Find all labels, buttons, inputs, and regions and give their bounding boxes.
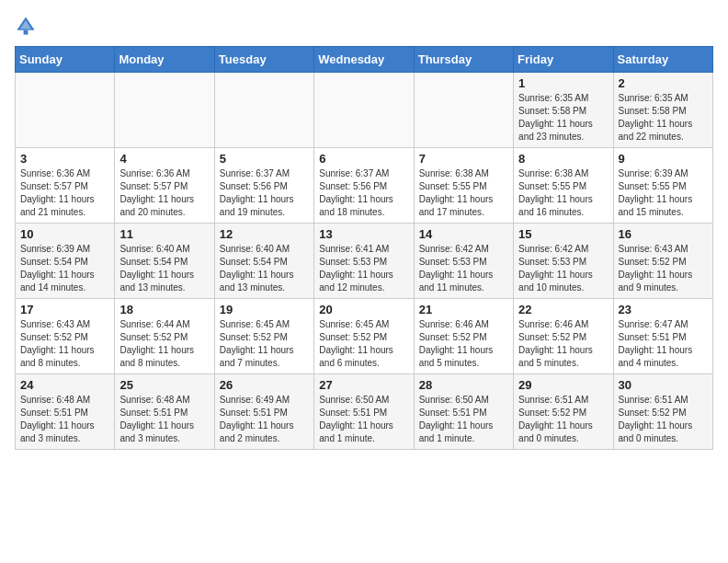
day-info: Sunrise: 6:48 AM Sunset: 5:51 PM Dayligh… xyxy=(20,394,109,445)
calendar-cell: 21Sunrise: 6:46 AM Sunset: 5:52 PM Dayli… xyxy=(414,299,513,374)
day-number: 2 xyxy=(619,76,708,90)
day-info: Sunrise: 6:37 AM Sunset: 5:56 PM Dayligh… xyxy=(220,167,309,219)
calendar-cell: 1Sunrise: 6:35 AM Sunset: 5:58 PM Daylig… xyxy=(514,73,613,148)
svg-rect-3 xyxy=(24,30,28,35)
day-info: Sunrise: 6:43 AM Sunset: 5:52 PM Dayligh… xyxy=(619,243,708,294)
calendar-cell: 13Sunrise: 6:41 AM Sunset: 5:53 PM Dayli… xyxy=(314,224,414,299)
calendar-cell xyxy=(214,73,313,148)
day-info: Sunrise: 6:36 AM Sunset: 5:57 PM Dayligh… xyxy=(20,167,109,219)
day-number: 29 xyxy=(518,378,608,392)
weekday-header: Sunday xyxy=(16,47,115,73)
day-number: 7 xyxy=(419,152,508,166)
day-info: Sunrise: 6:50 AM Sunset: 5:51 PM Dayligh… xyxy=(419,394,508,445)
day-number: 11 xyxy=(119,227,209,241)
day-info: Sunrise: 6:45 AM Sunset: 5:52 PM Dayligh… xyxy=(319,318,408,370)
day-info: Sunrise: 6:43 AM Sunset: 5:52 PM Dayligh… xyxy=(20,318,109,370)
calendar-week-row: 17Sunrise: 6:43 AM Sunset: 5:52 PM Dayli… xyxy=(16,299,713,374)
day-number: 17 xyxy=(20,303,109,316)
weekday-header: Tuesday xyxy=(214,47,313,73)
logo-icon xyxy=(15,15,37,37)
day-number: 8 xyxy=(518,152,608,166)
day-number: 15 xyxy=(518,227,608,241)
day-number: 26 xyxy=(220,378,309,392)
calendar-cell: 25Sunrise: 6:48 AM Sunset: 5:51 PM Dayli… xyxy=(115,374,214,450)
day-info: Sunrise: 6:42 AM Sunset: 5:53 PM Dayligh… xyxy=(518,243,608,294)
day-info: Sunrise: 6:35 AM Sunset: 5:58 PM Dayligh… xyxy=(619,92,708,144)
calendar-cell: 4Sunrise: 6:36 AM Sunset: 5:57 PM Daylig… xyxy=(115,148,214,224)
day-number: 3 xyxy=(20,152,109,166)
weekday-header-row: SundayMondayTuesdayWednesdayThursdayFrid… xyxy=(16,47,713,73)
day-info: Sunrise: 6:42 AM Sunset: 5:53 PM Dayligh… xyxy=(419,243,508,294)
day-info: Sunrise: 6:37 AM Sunset: 5:56 PM Dayligh… xyxy=(319,167,408,219)
calendar-cell: 28Sunrise: 6:50 AM Sunset: 5:51 PM Dayli… xyxy=(414,374,513,450)
day-info: Sunrise: 6:46 AM Sunset: 5:52 PM Dayligh… xyxy=(518,318,608,370)
calendar-cell: 11Sunrise: 6:40 AM Sunset: 5:54 PM Dayli… xyxy=(115,224,214,299)
day-number: 16 xyxy=(619,227,708,241)
day-info: Sunrise: 6:51 AM Sunset: 5:52 PM Dayligh… xyxy=(518,394,608,445)
calendar-week-row: 24Sunrise: 6:48 AM Sunset: 5:51 PM Dayli… xyxy=(16,374,713,450)
calendar-cell: 26Sunrise: 6:49 AM Sunset: 5:51 PM Dayli… xyxy=(214,374,313,450)
day-info: Sunrise: 6:44 AM Sunset: 5:52 PM Dayligh… xyxy=(119,318,209,370)
day-number: 21 xyxy=(419,303,508,316)
calendar-cell: 20Sunrise: 6:45 AM Sunset: 5:52 PM Dayli… xyxy=(314,299,414,374)
day-number: 30 xyxy=(619,378,708,392)
calendar-cell: 15Sunrise: 6:42 AM Sunset: 5:53 PM Dayli… xyxy=(514,224,613,299)
weekday-header: Thursday xyxy=(414,47,513,73)
calendar-cell: 18Sunrise: 6:44 AM Sunset: 5:52 PM Dayli… xyxy=(115,299,214,374)
calendar-cell: 24Sunrise: 6:48 AM Sunset: 5:51 PM Dayli… xyxy=(16,374,115,450)
day-info: Sunrise: 6:35 AM Sunset: 5:58 PM Dayligh… xyxy=(518,92,608,144)
calendar-cell: 19Sunrise: 6:45 AM Sunset: 5:52 PM Dayli… xyxy=(214,299,313,374)
day-number: 6 xyxy=(319,152,408,166)
calendar-cell: 12Sunrise: 6:40 AM Sunset: 5:54 PM Dayli… xyxy=(214,224,313,299)
calendar-cell: 5Sunrise: 6:37 AM Sunset: 5:56 PM Daylig… xyxy=(214,148,313,224)
header xyxy=(15,15,713,37)
calendar-cell: 14Sunrise: 6:42 AM Sunset: 5:53 PM Dayli… xyxy=(414,224,513,299)
day-number: 10 xyxy=(20,227,109,241)
calendar-cell: 9Sunrise: 6:39 AM Sunset: 5:55 PM Daylig… xyxy=(613,148,712,224)
calendar-cell: 7Sunrise: 6:38 AM Sunset: 5:55 PM Daylig… xyxy=(414,148,513,224)
weekday-header: Monday xyxy=(115,47,214,73)
day-info: Sunrise: 6:41 AM Sunset: 5:53 PM Dayligh… xyxy=(319,243,408,294)
calendar-cell: 17Sunrise: 6:43 AM Sunset: 5:52 PM Dayli… xyxy=(16,299,115,374)
calendar-week-row: 3Sunrise: 6:36 AM Sunset: 5:57 PM Daylig… xyxy=(16,148,713,224)
weekday-header: Wednesday xyxy=(314,47,414,73)
day-info: Sunrise: 6:45 AM Sunset: 5:52 PM Dayligh… xyxy=(220,318,309,370)
calendar-cell: 27Sunrise: 6:50 AM Sunset: 5:51 PM Dayli… xyxy=(314,374,414,450)
day-info: Sunrise: 6:46 AM Sunset: 5:52 PM Dayligh… xyxy=(419,318,508,370)
day-info: Sunrise: 6:40 AM Sunset: 5:54 PM Dayligh… xyxy=(119,243,209,294)
calendar-week-row: 10Sunrise: 6:39 AM Sunset: 5:54 PM Dayli… xyxy=(16,224,713,299)
day-info: Sunrise: 6:48 AM Sunset: 5:51 PM Dayligh… xyxy=(119,394,209,445)
day-info: Sunrise: 6:38 AM Sunset: 5:55 PM Dayligh… xyxy=(419,167,508,219)
calendar-week-row: 1Sunrise: 6:35 AM Sunset: 5:58 PM Daylig… xyxy=(16,73,713,148)
day-info: Sunrise: 6:39 AM Sunset: 5:54 PM Dayligh… xyxy=(20,243,109,294)
day-number: 9 xyxy=(619,152,708,166)
weekday-header: Friday xyxy=(514,47,613,73)
day-info: Sunrise: 6:47 AM Sunset: 5:51 PM Dayligh… xyxy=(619,318,708,370)
day-info: Sunrise: 6:38 AM Sunset: 5:55 PM Dayligh… xyxy=(518,167,608,219)
calendar-cell: 2Sunrise: 6:35 AM Sunset: 5:58 PM Daylig… xyxy=(613,73,712,148)
day-info: Sunrise: 6:39 AM Sunset: 5:55 PM Dayligh… xyxy=(619,167,708,219)
day-number: 19 xyxy=(220,303,309,316)
calendar-cell: 16Sunrise: 6:43 AM Sunset: 5:52 PM Dayli… xyxy=(613,224,712,299)
day-number: 24 xyxy=(20,378,109,392)
day-number: 25 xyxy=(119,378,209,392)
day-info: Sunrise: 6:51 AM Sunset: 5:52 PM Dayligh… xyxy=(619,394,708,445)
calendar-cell: 10Sunrise: 6:39 AM Sunset: 5:54 PM Dayli… xyxy=(16,224,115,299)
day-number: 14 xyxy=(419,227,508,241)
day-info: Sunrise: 6:49 AM Sunset: 5:51 PM Dayligh… xyxy=(220,394,309,445)
day-info: Sunrise: 6:40 AM Sunset: 5:54 PM Dayligh… xyxy=(220,243,309,294)
calendar-table: SundayMondayTuesdayWednesdayThursdayFrid… xyxy=(15,46,713,450)
calendar-cell xyxy=(16,73,115,148)
calendar-cell: 22Sunrise: 6:46 AM Sunset: 5:52 PM Dayli… xyxy=(514,299,613,374)
calendar-cell xyxy=(414,73,513,148)
calendar-cell: 6Sunrise: 6:37 AM Sunset: 5:56 PM Daylig… xyxy=(314,148,414,224)
page: SundayMondayTuesdayWednesdayThursdayFrid… xyxy=(0,0,728,465)
day-number: 28 xyxy=(419,378,508,392)
day-info: Sunrise: 6:50 AM Sunset: 5:51 PM Dayligh… xyxy=(319,394,408,445)
calendar-cell: 8Sunrise: 6:38 AM Sunset: 5:55 PM Daylig… xyxy=(514,148,613,224)
day-number: 27 xyxy=(319,378,408,392)
calendar-cell: 23Sunrise: 6:47 AM Sunset: 5:51 PM Dayli… xyxy=(613,299,712,374)
day-number: 4 xyxy=(119,152,209,166)
day-number: 12 xyxy=(220,227,309,241)
calendar-cell: 3Sunrise: 6:36 AM Sunset: 5:57 PM Daylig… xyxy=(16,148,115,224)
